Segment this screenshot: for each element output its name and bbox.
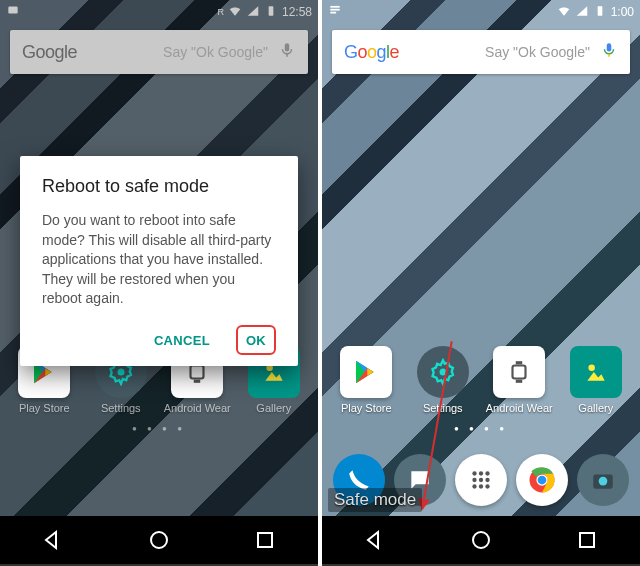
svg-point-4: [117, 369, 124, 376]
roaming-icon: R: [217, 7, 224, 17]
app-row: Play Store Settings Android Wear Gallery: [322, 346, 640, 414]
nav-bar: [322, 516, 640, 564]
svg-point-9: [151, 532, 167, 548]
svg-point-27: [485, 478, 489, 482]
page-indicator: ● ● ● ●: [322, 424, 640, 433]
safe-mode-badge: Safe mode: [328, 488, 422, 512]
nav-bar: [0, 516, 318, 564]
wifi-icon: [557, 4, 571, 21]
phone-left: R 12:58 Google Say "Ok Google" Play Stor…: [0, 0, 318, 564]
svg-point-21: [588, 364, 595, 371]
status-bar: 1:00: [322, 0, 640, 24]
svg-rect-5: [191, 366, 204, 379]
google-logo: Google: [22, 42, 77, 63]
phone-right: 1:00 Google Say "Ok Google" Play Store S…: [322, 0, 640, 564]
svg-rect-15: [607, 43, 612, 51]
svg-rect-7: [194, 380, 201, 383]
svg-point-35: [599, 477, 608, 486]
safe-mode-dialog: Reboot to safe mode Do you want to reboo…: [20, 156, 298, 366]
svg-rect-12: [330, 9, 339, 11]
app-drawer-button[interactable]: [455, 454, 507, 506]
svg-point-29: [479, 484, 483, 488]
recents-button[interactable]: [575, 528, 599, 552]
camera-app[interactable]: [577, 454, 629, 506]
svg-rect-1: [269, 6, 274, 15]
recents-button[interactable]: [253, 528, 277, 552]
svg-rect-18: [513, 366, 526, 379]
notification-icon: [328, 3, 342, 20]
home-button[interactable]: [147, 528, 171, 552]
app-gallery[interactable]: Gallery: [561, 346, 631, 414]
svg-point-23: [479, 471, 483, 475]
clock: 1:00: [611, 5, 634, 19]
svg-point-26: [479, 478, 483, 482]
page-indicator: ● ● ● ●: [0, 424, 318, 433]
svg-rect-20: [516, 380, 523, 383]
app-android-wear[interactable]: Android Wear: [484, 346, 554, 414]
svg-point-33: [538, 476, 547, 485]
dialog-title: Reboot to safe mode: [42, 176, 276, 197]
google-logo: Google: [344, 42, 399, 63]
svg-rect-2: [285, 43, 290, 51]
google-search-bar[interactable]: Google Say "Ok Google": [10, 30, 308, 74]
svg-rect-10: [258, 533, 272, 547]
back-button[interactable]: [41, 528, 65, 552]
svg-rect-19: [516, 361, 523, 364]
svg-rect-13: [330, 12, 336, 14]
svg-point-36: [473, 532, 489, 548]
svg-rect-14: [597, 6, 602, 15]
wifi-icon: [228, 4, 242, 21]
battery-icon: [264, 4, 278, 21]
svg-point-30: [485, 484, 489, 488]
search-hint: Say "Ok Google": [399, 44, 600, 60]
clock: 12:58: [282, 5, 312, 19]
signal-icon: [246, 4, 260, 21]
svg-point-24: [485, 471, 489, 475]
svg-rect-37: [580, 533, 594, 547]
svg-point-22: [472, 471, 476, 475]
cancel-button[interactable]: CANCEL: [146, 325, 218, 356]
svg-point-28: [472, 484, 476, 488]
svg-point-25: [472, 478, 476, 482]
ok-button[interactable]: OK: [246, 333, 266, 348]
google-search-bar[interactable]: Google Say "Ok Google": [332, 30, 630, 74]
app-play-store[interactable]: Play Store: [331, 346, 401, 414]
signal-icon: [575, 4, 589, 21]
status-bar: R 12:58: [0, 0, 318, 24]
screenshot-icon: [6, 3, 20, 20]
mic-icon[interactable]: [600, 41, 618, 63]
battery-icon: [593, 4, 607, 21]
back-button[interactable]: [363, 528, 387, 552]
ok-highlight: OK: [236, 325, 276, 355]
home-button[interactable]: [469, 528, 493, 552]
chrome-app[interactable]: [516, 454, 568, 506]
mic-icon[interactable]: [278, 41, 296, 63]
search-hint: Say "Ok Google": [77, 44, 278, 60]
svg-rect-11: [330, 6, 339, 8]
svg-rect-0: [8, 7, 17, 14]
dialog-body: Do you want to reboot into safe mode? Th…: [42, 211, 276, 309]
